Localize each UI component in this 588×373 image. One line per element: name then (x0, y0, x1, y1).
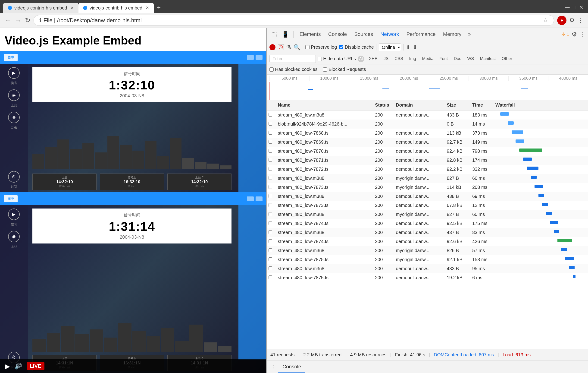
tab-network[interactable]: Network (377, 29, 403, 40)
col-header-name[interactable]: Name (275, 100, 372, 110)
more-tabs-button[interactable]: » (465, 29, 473, 40)
reload-button[interactable]: ↻ (25, 16, 30, 24)
row-checkbox-cell[interactable] (267, 210, 275, 219)
table-row[interactable]: stream_480_low.m3u8 200 myorigin.danw...… (267, 210, 588, 219)
stop-recording-button[interactable]: 🚫 (278, 44, 284, 50)
console-tab[interactable]: Console (278, 362, 305, 373)
row-checkbox-cell[interactable] (267, 147, 275, 156)
devtools-menu-button[interactable]: ⋮ (579, 31, 585, 38)
profile-button[interactable]: ● (557, 16, 567, 25)
row-checkbox-cell[interactable] (267, 228, 275, 237)
table-row[interactable]: stream_480_low.m3u8 200 demopull.danw...… (267, 228, 588, 237)
table-row[interactable]: stream_480_low.m3u8 200 myorigin.danw...… (267, 174, 588, 183)
row-checkbox-cell[interactable] (267, 120, 275, 129)
col-header-status[interactable]: Status (372, 100, 393, 110)
tab-performance[interactable]: Performance (403, 29, 439, 40)
filter-tag-other[interactable]: Other (499, 55, 515, 62)
row-checkbox-cell[interactable] (267, 246, 275, 255)
settings-button[interactable]: ⚙ (572, 31, 577, 38)
new-tab-button[interactable]: + (154, 3, 164, 12)
import-har-button[interactable]: ⬆ (406, 44, 410, 51)
export-har-button[interactable]: ⬇ (413, 44, 417, 51)
row-name-cell[interactable]: stream_480_low-7870.ts (275, 147, 372, 156)
col-header-time[interactable]: Time (470, 100, 493, 110)
table-row[interactable]: stream_480_low-7874.ts 200 demopull.danw… (267, 237, 588, 246)
table-row[interactable]: stream_480_low-7871.ts 200 demopull.danw… (267, 156, 588, 165)
filter-tag-doc[interactable]: Doc (451, 55, 464, 62)
has-blocked-cookies-checkbox[interactable]: Has blocked cookies (270, 67, 317, 72)
tab-console[interactable]: Console (325, 29, 351, 40)
row-name-cell[interactable]: stream_480_low.m3u8 (275, 110, 372, 120)
table-row[interactable]: stream_480_low.m3u8 200 demopull.danw...… (267, 110, 588, 120)
close-window-icon[interactable]: ✕ (579, 4, 583, 11)
address-text[interactable]: File | /root/Desktop/danw-demo-hls.html (43, 17, 142, 24)
row-checkbox-cell[interactable] (267, 174, 275, 183)
row-name-cell[interactable]: stream_480_low-7868.ts (275, 129, 372, 138)
network-table-wrapper[interactable]: Name Status Domain Size Time Waterfall s… (267, 100, 588, 349)
throttle-select[interactable]: Online (379, 43, 401, 51)
forward-button[interactable]: → (15, 16, 22, 24)
row-name-cell[interactable]: stream_480_low-7874.ts (275, 219, 372, 228)
row-name-cell[interactable]: blob:null/924b78f4-9e29-4626-b... (275, 120, 372, 129)
row-checkbox-cell[interactable] (267, 183, 275, 192)
tab-1-close[interactable]: ✕ (70, 5, 74, 11)
filter-tag-ws[interactable]: WS (464, 55, 477, 62)
row-checkbox-cell[interactable] (267, 156, 275, 165)
table-row[interactable]: stream_480_low.m3u8 200 myorigin.danw...… (267, 246, 588, 255)
table-row[interactable]: stream_480_low-7868.ts 200 demopull.danw… (267, 129, 588, 138)
row-checkbox-cell[interactable] (267, 129, 275, 138)
inspector-tool-button[interactable]: ⬚ (270, 29, 279, 39)
filter-tag-media[interactable]: Media (419, 55, 436, 62)
filter-tag-js[interactable]: JS (381, 55, 391, 62)
table-row[interactable]: stream_480_low-7873.ts 200 demopull.danw… (267, 201, 588, 210)
bookmark-icon[interactable]: ☆ (543, 17, 548, 24)
filter-icon[interactable]: ⚗ (286, 44, 291, 51)
tab-memory[interactable]: Memory (439, 29, 465, 40)
browser-tab-2[interactable]: videojs-contrib-hls embed ✕ (78, 3, 154, 13)
table-row[interactable]: stream_480_low-7875.ts 200 myorigin.danw… (267, 255, 588, 264)
blocked-requests-checkbox[interactable]: Blocked Requests (323, 67, 366, 72)
volume-button[interactable]: 🔊 (15, 362, 22, 370)
record-button[interactable] (270, 44, 275, 50)
back-button[interactable]: ← (5, 16, 11, 24)
table-row[interactable]: stream_480_low-7874.ts 200 demopull.danw… (267, 219, 588, 228)
row-checkbox-cell[interactable] (267, 219, 275, 228)
maximize-icon[interactable]: □ (573, 4, 576, 11)
table-row[interactable]: stream_480_low.m3u8 200 demopull.danw...… (267, 264, 588, 273)
tab-sources[interactable]: Sources (350, 29, 377, 40)
col-header-waterfall[interactable]: Waterfall (493, 100, 588, 110)
filter-tag-xhr[interactable]: XHR (366, 55, 380, 62)
row-name-cell[interactable]: stream_480_low.m3u8 (275, 228, 372, 237)
row-name-cell[interactable]: stream_480_low.m3u8 (275, 246, 372, 255)
row-name-cell[interactable]: stream_480_low.m3u8 (275, 174, 372, 183)
row-checkbox-cell[interactable] (267, 273, 275, 282)
table-row[interactable]: stream_480_low-7873.ts 200 myorigin.danw… (267, 183, 588, 192)
hide-data-urls-checkbox[interactable]: Hide data URLs (318, 56, 356, 61)
tab-2-close[interactable]: ✕ (146, 5, 149, 11)
table-row[interactable]: stream_480_low-7872.ts 200 demopull.danw… (267, 165, 588, 174)
table-row[interactable]: stream_480_low-7870.ts 200 demopull.danw… (267, 147, 588, 156)
row-checkbox-cell[interactable] (267, 264, 275, 273)
tab-elements[interactable]: Elements (296, 29, 325, 40)
table-row[interactable]: blob:null/924b78f4-9e29-4626-b... 200 0 … (267, 120, 588, 129)
col-header-domain[interactable]: Domain (393, 100, 444, 110)
row-checkbox-cell[interactable] (267, 192, 275, 201)
row-checkbox-cell[interactable] (267, 201, 275, 210)
filter-tag-img[interactable]: Img (406, 55, 419, 62)
row-checkbox-cell[interactable] (267, 165, 275, 174)
filter-tag-css[interactable]: CSS (392, 55, 406, 62)
preserve-log-checkbox[interactable]: Preserve log (305, 44, 337, 50)
row-name-cell[interactable]: stream_480_low-7874.ts (275, 237, 372, 246)
disable-cache-checkbox[interactable]: Disable cache (339, 44, 374, 50)
row-name-cell[interactable]: stream_480_low-7873.ts (275, 183, 372, 192)
browser-tab-1[interactable]: videojs-contrib-hls embed ✕ (3, 3, 78, 13)
row-name-cell[interactable]: stream_480_low.m3u8 (275, 192, 372, 201)
table-row[interactable]: stream_480_low-7869.ts 200 demopull.danw… (267, 138, 588, 147)
filter-tag-manifest[interactable]: Manifest (477, 55, 498, 62)
row-checkbox-cell[interactable] (267, 255, 275, 264)
row-name-cell[interactable]: stream_480_low-7871.ts (275, 156, 372, 165)
row-name-cell[interactable]: stream_480_low-7869.ts (275, 138, 372, 147)
filter-input[interactable] (270, 55, 316, 63)
extensions-icon[interactable]: ⚙ (569, 17, 575, 24)
table-row[interactable]: stream_480_low.m3u8 200 demopull.danw...… (267, 192, 588, 201)
